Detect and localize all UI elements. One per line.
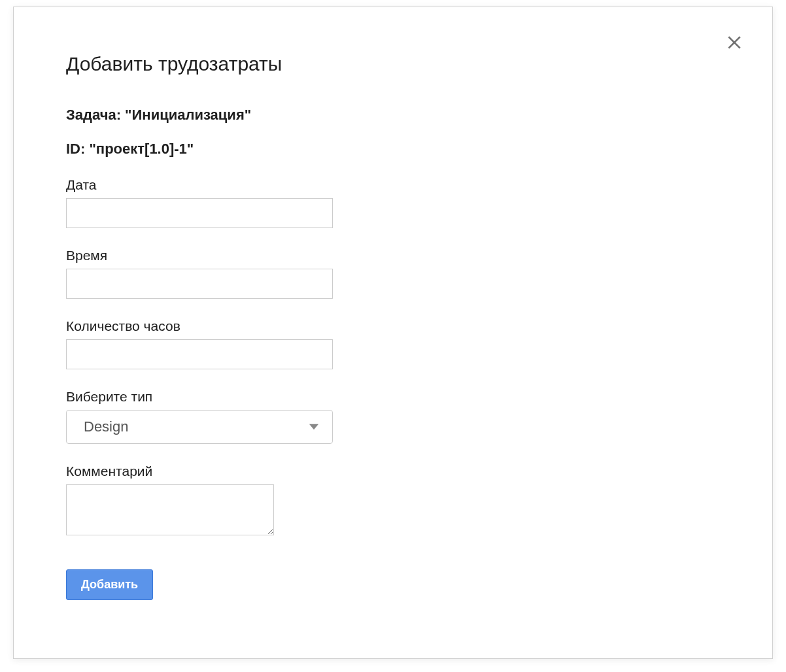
type-select-value: Design <box>84 418 128 435</box>
date-label: Дата <box>66 177 720 193</box>
submit-button[interactable]: Добавить <box>66 569 153 600</box>
type-field-group: Виберите тип Design <box>66 389 720 444</box>
time-input[interactable] <box>66 269 333 299</box>
close-button[interactable] <box>724 32 745 53</box>
type-select[interactable]: Design <box>66 410 333 444</box>
hours-field-group: Количество часов <box>66 318 720 369</box>
date-input[interactable] <box>66 198 333 228</box>
add-labor-modal: Добавить трудозатраты Задача: "Инициализ… <box>13 7 773 659</box>
comment-textarea[interactable] <box>66 484 274 535</box>
close-icon <box>726 34 743 51</box>
time-label: Время <box>66 248 720 263</box>
date-field-group: Дата <box>66 177 720 228</box>
type-label: Виберите тип <box>66 389 720 405</box>
task-id-label: ID: "проект[1.0]-1" <box>66 141 720 158</box>
hours-input[interactable] <box>66 339 333 369</box>
task-name-label: Задача: "Инициализация" <box>66 107 720 124</box>
time-field-group: Время <box>66 248 720 299</box>
modal-title: Добавить трудозатраты <box>66 53 720 75</box>
comment-label: Комментарий <box>66 463 720 479</box>
comment-field-group: Комментарий <box>66 463 720 538</box>
hours-label: Количество часов <box>66 318 720 334</box>
type-select-wrapper: Design <box>66 410 333 444</box>
